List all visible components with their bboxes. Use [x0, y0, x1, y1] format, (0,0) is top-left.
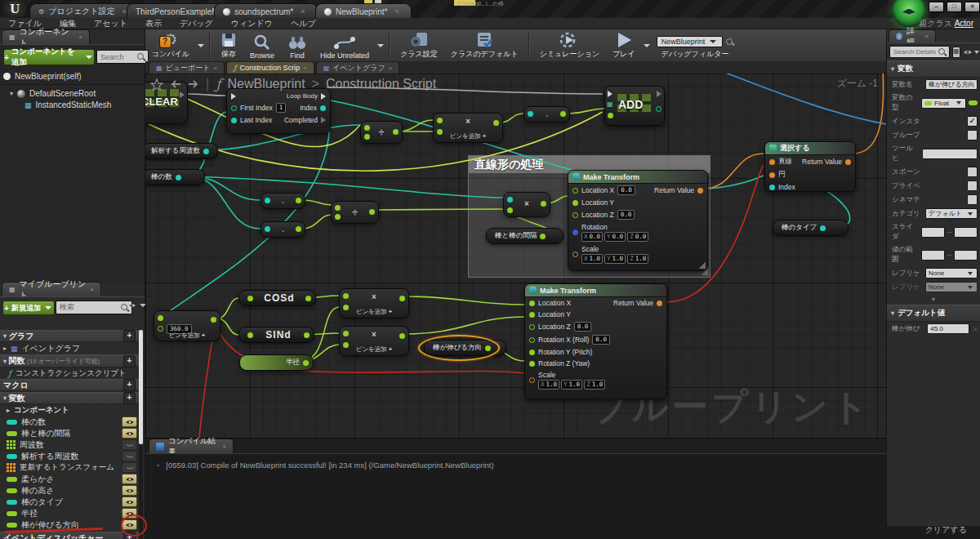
slider-min-input[interactable]: [921, 227, 945, 238]
window-tab-newblueprint[interactable]: NewBlueprint*×: [315, 3, 412, 19]
eye-toggle[interactable]: [122, 497, 137, 507]
scrollbar[interactable]: [139, 330, 143, 539]
tab-viewport[interactable]: ▦ ビューポート×: [149, 61, 225, 74]
output-pin[interactable]: [656, 106, 662, 112]
blueprint-readonly-checkbox[interactable]: [967, 130, 978, 140]
last-index-pin[interactable]: [231, 118, 237, 123]
scale-pin[interactable]: [572, 252, 578, 257]
variable-section-header[interactable]: ▾変数: [887, 60, 980, 78]
variables-header[interactable]: ▾ 変数 +: [0, 392, 139, 404]
menu-asset[interactable]: アセット: [94, 18, 127, 29]
close-icon[interactable]: ×: [222, 443, 226, 450]
scale-pin[interactable]: [529, 377, 535, 383]
component-row-self[interactable]: NewBlueprint(self): [0, 71, 152, 82]
eye-toggle[interactable]: [122, 451, 137, 461]
close-icon[interactable]: ×: [924, 33, 929, 40]
eye-toggle[interactable]: [122, 428, 137, 439]
rotation-roll-pin[interactable]: [529, 337, 535, 343]
instance-editable-checkbox[interactable]: ✓: [967, 116, 978, 127]
default-value-input[interactable]: 45.0: [927, 323, 969, 334]
dispatchers-header[interactable]: イベントディスパッチャー +: [0, 532, 139, 539]
graphs-header[interactable]: ▾ グラフ +: [0, 330, 139, 342]
input-pin[interactable]: [247, 296, 253, 301]
add-pin-button[interactable]: ピンを追加 +: [340, 345, 408, 354]
breadcrumb-root[interactable]: NewBlueprint: [227, 77, 305, 91]
find-button[interactable]: Find: [281, 29, 314, 61]
eye-toggle[interactable]: [122, 462, 137, 473]
close-icon[interactable]: ×: [78, 33, 82, 41]
close-button[interactable]: ×: [964, 2, 980, 12]
exec-in-pin[interactable]: [608, 91, 612, 97]
exec-out-pin[interactable]: [180, 91, 185, 98]
close-icon[interactable]: ×: [90, 286, 94, 293]
components-group-row[interactable]: ▸コンポーネント: [0, 405, 139, 416]
input-pin[interactable]: [158, 315, 163, 321]
output-pin[interactable]: [176, 175, 181, 180]
eye-toggle[interactable]: [122, 439, 137, 450]
exec-in-pin[interactable]: [231, 93, 236, 100]
node-cosd[interactable]: COSd: [238, 290, 316, 306]
getter-type[interactable]: 棒のタイプ: [773, 220, 849, 236]
output-pin[interactable]: [369, 209, 375, 215]
variable-row[interactable]: 棒の数: [0, 416, 139, 427]
input-pin[interactable]: [158, 326, 163, 332]
event-graph-row[interactable]: ▸ ▦ イベントグラフ: [0, 343, 139, 354]
replication-dropdown[interactable]: None: [925, 268, 978, 278]
menu-window[interactable]: ウィンドウ: [231, 18, 273, 29]
array-toggle[interactable]: [969, 100, 978, 105]
property-matrix-button[interactable]: ▦: [952, 47, 960, 58]
eye-toggle[interactable]: [122, 474, 137, 484]
tab-my-blueprint[interactable]: ▦ マイブループリント ×: [2, 282, 101, 296]
menu-help[interactable]: ヘルプ: [291, 18, 316, 29]
output-pin[interactable]: [303, 360, 309, 366]
node-multiply-addpin[interactable]: × ピンを追加 +: [339, 288, 409, 318]
location-y-pin[interactable]: [572, 200, 578, 206]
rotation-yaw-pin[interactable]: [529, 361, 535, 367]
output-pin[interactable]: [560, 111, 566, 117]
return-value-pin[interactable]: [657, 301, 662, 306]
eye-toggle[interactable]: [122, 485, 137, 496]
replication-condition-dropdown[interactable]: None: [925, 282, 978, 292]
window-tab-soundspectrum[interactable]: soundspectrum*×: [214, 3, 318, 19]
my-blueprint-search-input[interactable]: 検索: [56, 301, 132, 314]
component-row-scene-root[interactable]: ▾ DefaultSceneRoot: [7, 88, 150, 99]
add-pin-button[interactable]: ピンを追加 +: [340, 308, 408, 316]
node-conversion[interactable]: ·: [261, 221, 305, 238]
macro-header[interactable]: マクロ +: [0, 379, 139, 391]
close-icon[interactable]: ×: [303, 65, 307, 72]
variable-row[interactable]: 棒の高さ: [0, 485, 139, 496]
input-pin[interactable]: [528, 111, 533, 117]
first-index-pin[interactable]: [231, 105, 237, 111]
close-icon[interactable]: ×: [213, 65, 217, 72]
component-row-instanced-mesh[interactable]: ▦ InstancedStaticMesh: [21, 100, 150, 110]
tab-compile-results[interactable]: コンパイル結果 ×: [149, 439, 234, 453]
input-pin[interactable]: [247, 332, 253, 338]
tab-event-graph[interactable]: ▦ イベントグラフ×: [316, 61, 400, 74]
close-icon[interactable]: ×: [301, 7, 305, 16]
input-pin[interactable]: [265, 198, 270, 203]
output-pin[interactable]: [541, 201, 546, 207]
construction-script-row[interactable]: ƒ コンストラクションスクリプト: [0, 368, 139, 379]
variable-row[interactable]: 半径: [0, 508, 139, 519]
functions-header[interactable]: ▾ 関数 (19 オーバーライド可能) +: [0, 354, 139, 368]
view-options-button[interactable]: [963, 49, 980, 56]
menu-debug[interactable]: デバッグ: [180, 18, 213, 29]
browse-button[interactable]: Browse: [243, 29, 281, 61]
cinematic-checkbox[interactable]: [967, 194, 978, 205]
rotation-pin[interactable]: [572, 229, 578, 235]
range-min-input[interactable]: [921, 250, 945, 261]
hide-unrelated-button[interactable]: Hide Unrelated: [314, 29, 376, 61]
output-pin[interactable]: [211, 317, 216, 323]
location-z-pin[interactable]: [572, 212, 578, 218]
slider-max-input[interactable]: [954, 227, 978, 238]
add-graph-button[interactable]: +: [123, 330, 136, 342]
tooltip-input[interactable]: [922, 149, 978, 159]
node-make-transform-2[interactable]: Make Transform Location X Return Value L…: [524, 283, 667, 399]
node-multiply-addpin[interactable]: × ピンを追加 +: [339, 326, 409, 356]
output-pin[interactable]: [305, 296, 311, 301]
close-icon[interactable]: ×: [394, 7, 399, 16]
getter-count[interactable]: 棒の数: [145, 169, 205, 185]
compile-button[interactable]: ⚙ ? コンパイル: [145, 29, 196, 61]
option-line-pin[interactable]: [769, 159, 775, 165]
add-pin-button[interactable]: ピンを追加 +: [434, 132, 502, 140]
